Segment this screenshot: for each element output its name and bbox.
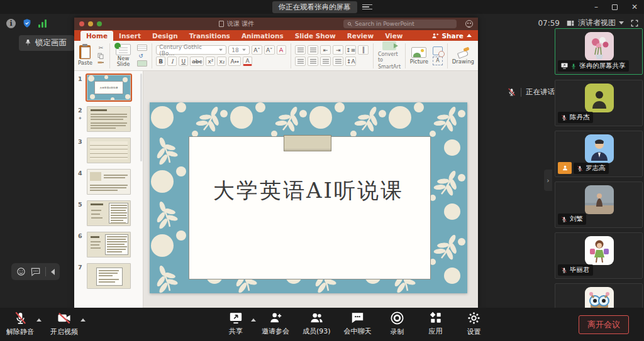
members-button[interactable]: 成员(93) — [303, 311, 331, 337]
decrease-indent-button[interactable]: ⇤ — [320, 45, 331, 55]
drawing-button[interactable]: Drawing — [452, 46, 474, 65]
minimize-button[interactable]: – — [594, 3, 598, 11]
slide-number: 7 — [78, 263, 87, 289]
start-video-button[interactable]: 开启视频 — [50, 311, 78, 337]
columns-button[interactable]: ║ — [358, 45, 369, 55]
participant-tile[interactable]: 毕丽君 — [555, 232, 643, 279]
tab-design[interactable]: Design — [147, 31, 184, 41]
share-screen-button[interactable]: 共享 — [223, 311, 248, 337]
tab-animations[interactable]: Animations — [236, 31, 289, 41]
members-label: 成员(93) — [303, 327, 331, 336]
share-button[interactable]: Share — [431, 32, 472, 40]
chat-button[interactable]: 会中聊天 — [344, 311, 372, 337]
feedback-smiley-icon[interactable] — [465, 20, 473, 28]
text-box-icon[interactable]: A — [433, 57, 443, 65]
shield-icon[interactable] — [22, 18, 32, 28]
banner-menu-icon[interactable] — [362, 3, 372, 11]
line-spacing-button[interactable]: ↕≡ — [345, 45, 356, 55]
participant-tile[interactable]: 刘繁 — [555, 181, 643, 228]
avatar — [585, 236, 614, 265]
cut-icon[interactable]: ✂ — [97, 44, 105, 51]
layout-option-icon[interactable] — [137, 45, 147, 51]
settings-button[interactable]: 设置 — [462, 311, 487, 337]
character-spacing-button[interactable]: A↔ — [228, 57, 241, 66]
align-center-button[interactable] — [308, 57, 318, 66]
lock-screen-button[interactable]: 锁定画面 — [19, 35, 74, 51]
tab-view[interactable]: View — [379, 31, 408, 41]
strikethrough-button[interactable]: abc — [190, 57, 204, 66]
section-icon[interactable] — [137, 60, 147, 67]
slide-thumbnail-5[interactable] — [87, 200, 131, 226]
view-mode-selector[interactable]: 演讲者视图 — [566, 18, 624, 28]
numbering-button[interactable] — [308, 45, 318, 55]
mac-zoom-button[interactable] — [97, 21, 102, 26]
tab-insert[interactable]: Insert — [113, 31, 147, 41]
fullscreen-icon[interactable] — [630, 19, 639, 28]
text-direction-button[interactable]: ↕A — [345, 57, 356, 66]
mic-options-caret[interactable] — [36, 318, 42, 322]
convert-smartart-button[interactable]: Convert to SmartArt — [378, 41, 401, 70]
picture-button[interactable]: Picture — [410, 47, 428, 65]
tab-slide-show[interactable]: Slide Show — [289, 31, 341, 41]
thumbnail-scrollbar[interactable] — [140, 73, 142, 161]
undo-icon[interactable]: ↺ — [137, 52, 145, 59]
participant-tile-screen-share[interactable]: 张冉的屏幕共享 — [555, 28, 643, 75]
slide-thumbnail-3[interactable] — [87, 138, 131, 163]
format-painter-icon[interactable] — [97, 60, 105, 67]
slide-title-card — [189, 136, 431, 279]
superscript-button[interactable]: x² — [206, 57, 215, 66]
close-button[interactable]: ✕ — [631, 3, 638, 11]
paste-button[interactable]: Paste — [78, 45, 92, 66]
current-slide[interactable]: 大学英语AI听说课 — [150, 102, 467, 293]
slide-thumbnail-2[interactable] — [87, 106, 131, 132]
layout-icon — [566, 19, 575, 28]
sidebar-collapse-handle[interactable]: › — [544, 170, 552, 191]
chat-bubble-icon[interactable] — [31, 268, 40, 276]
font-size-select[interactable]: 18 — [228, 45, 250, 55]
bold-button[interactable]: B — [156, 57, 165, 66]
grow-font-button[interactable]: A˄ — [252, 45, 262, 55]
slide-thumbnail-4[interactable] — [87, 169, 131, 195]
unmute-button[interactable]: 解除静音 — [6, 311, 34, 337]
subscript-button[interactable]: x₂ — [217, 57, 226, 66]
bullets-button[interactable] — [295, 45, 306, 55]
tab-review[interactable]: Review — [341, 31, 379, 41]
collapse-left-icon[interactable] — [51, 269, 55, 275]
avatar — [585, 287, 614, 308]
ppt-search-box[interactable] — [343, 19, 457, 28]
maximize-button[interactable] — [612, 4, 618, 10]
ppt-search-input[interactable] — [355, 21, 453, 27]
shrink-font-button[interactable]: A˅ — [264, 45, 275, 55]
invite-button[interactable]: 邀请参会 — [262, 311, 289, 337]
slide-thumbnail-7[interactable] — [87, 263, 131, 289]
leave-meeting-button[interactable]: 离开会议 — [579, 315, 629, 334]
record-button[interactable]: 录制 — [385, 311, 410, 337]
apps-button[interactable]: 应用 — [423, 311, 448, 337]
network-signal-icon[interactable] — [38, 19, 47, 28]
tab-transitions[interactable]: Transitions — [184, 31, 236, 41]
mac-minimize-button[interactable] — [88, 21, 93, 26]
slide-thumbnail-6[interactable] — [87, 232, 131, 257]
share-options-caret[interactable] — [251, 318, 256, 322]
new-slide-button[interactable]: New Slide — [114, 44, 133, 68]
slide-thumbnail-1[interactable]: 大学英语AI听说课 — [87, 75, 131, 100]
font-color-button[interactable]: A — [243, 57, 252, 66]
shapes-icon[interactable] — [433, 46, 443, 55]
align-right-button[interactable] — [320, 57, 331, 66]
align-left-button[interactable] — [295, 57, 306, 66]
copy-icon[interactable] — [97, 52, 105, 59]
tab-home[interactable]: Home — [80, 31, 113, 41]
emoji-icon[interactable] — [16, 267, 26, 276]
justify-button[interactable] — [333, 57, 343, 66]
underline-button[interactable]: U — [179, 57, 188, 66]
video-options-caret[interactable] — [80, 318, 86, 322]
participant-tile[interactable] — [555, 283, 643, 308]
increase-indent-button[interactable]: ⇥ — [333, 45, 343, 55]
font-name-select[interactable]: Century Gothic (Bo… — [156, 45, 226, 55]
mac-close-button[interactable] — [79, 21, 84, 26]
participant-tile[interactable]: 罗志高 — [555, 131, 643, 177]
clear-formatting-button[interactable]: A̶ — [277, 45, 286, 55]
participant-tile[interactable]: 陈丹杰 — [555, 80, 643, 126]
info-icon[interactable]: i — [6, 19, 16, 28]
italic-button[interactable]: I — [167, 57, 177, 66]
